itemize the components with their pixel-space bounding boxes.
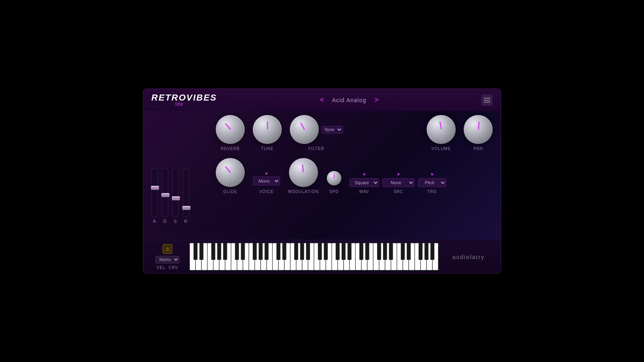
preset-nav: < Acid Analog >	[217, 96, 481, 104]
tune-group: TUNE	[253, 115, 282, 151]
svg-rect-45	[194, 243, 198, 260]
svg-rect-54	[264, 243, 268, 260]
logo-sub: lite	[175, 101, 217, 107]
svg-rect-65	[359, 243, 363, 260]
trg-label: TRG	[427, 189, 437, 194]
filter-indicator	[300, 122, 305, 130]
svg-rect-74	[430, 243, 434, 260]
spd-label: SPD	[329, 189, 339, 194]
src-group: ▼ None LFO Envelope Velocity SRC	[382, 172, 415, 194]
sustain-thumb[interactable]	[172, 196, 180, 200]
pan-indicator	[478, 121, 480, 130]
svg-rect-70	[401, 243, 405, 260]
vel-crv-section: ⚠ Normal Linear Soft Hard VEL. CRV	[151, 244, 184, 270]
release-thumb[interactable]	[182, 206, 190, 210]
svg-rect-73	[425, 243, 429, 260]
volume-indicator	[439, 121, 442, 130]
pan-group: PAN	[464, 115, 493, 151]
svg-rect-57	[294, 243, 298, 260]
svg-rect-0	[484, 98, 490, 99]
piano-keyboard[interactable]	[190, 243, 438, 271]
attack-track	[151, 169, 158, 217]
vel-dropdown[interactable]: Normal Linear Soft Hard	[155, 256, 180, 263]
header: RETROVIBES lite < Acid Analog >	[143, 89, 501, 111]
modulation-group: MODULATION	[288, 158, 319, 194]
voice-group: ▼ Mono Poly Legato VOICE	[253, 171, 280, 194]
sustain-slider-group: S	[172, 169, 179, 224]
svg-rect-63	[342, 243, 346, 260]
filter-label: FILTER	[308, 146, 324, 151]
svg-rect-72	[419, 243, 423, 260]
svg-rect-71	[407, 243, 411, 260]
svg-rect-2	[484, 102, 490, 103]
decay-thumb[interactable]	[161, 193, 169, 197]
volume-label: VOLUME	[431, 146, 451, 151]
modulation-indicator	[302, 165, 304, 173]
svg-rect-60	[318, 243, 322, 260]
glide-knob[interactable]	[216, 158, 245, 187]
svg-rect-50	[235, 243, 239, 260]
modulation-knob[interactable]	[289, 158, 318, 187]
spd-indicator	[334, 174, 334, 178]
reverb-label: REVERB	[221, 146, 239, 151]
audiolatry-logo: audiolatry	[444, 254, 493, 260]
synth-plugin: RETROVIBES lite < Acid Analog > A	[143, 88, 501, 274]
svg-rect-68	[383, 243, 387, 260]
svg-rect-62	[336, 243, 340, 260]
prev-preset-button[interactable]: <	[320, 96, 324, 104]
trg-group: ▼ Pitch Filter Volume Pan TRG	[418, 172, 446, 194]
src-arrow: ▼	[396, 172, 400, 177]
svg-rect-61	[324, 243, 328, 260]
svg-rect-55	[277, 243, 281, 260]
spd-knob[interactable]	[327, 171, 341, 185]
spd-group: SPD	[327, 171, 341, 194]
svg-rect-1	[484, 100, 490, 101]
svg-rect-58	[300, 243, 304, 260]
src-label: SRC	[394, 189, 403, 194]
filter-select[interactable]: None Low High Band	[321, 126, 343, 134]
reverb-knob[interactable]	[216, 115, 245, 144]
vel-crv-label: VEL. CRV	[157, 265, 178, 270]
release-label: R	[184, 219, 188, 224]
svg-rect-47	[211, 243, 215, 260]
attack-thumb[interactable]	[151, 186, 159, 190]
volume-knob[interactable]	[427, 115, 456, 144]
main-area: A D S R	[143, 111, 501, 240]
filter-group: None Low High Band FILTER	[290, 115, 343, 151]
svg-rect-66	[365, 243, 369, 260]
svg-rect-69	[389, 243, 393, 260]
modulation-label: MODULATION	[288, 189, 319, 194]
release-slider-group: R	[183, 169, 189, 224]
tune-knob[interactable]	[253, 115, 282, 144]
svg-rect-48	[217, 243, 221, 260]
src-select[interactable]: None LFO Envelope Velocity	[382, 178, 415, 187]
volume-group: VOLUME	[427, 115, 456, 151]
svg-rect-64	[347, 243, 351, 260]
decay-track	[162, 169, 168, 217]
release-track	[183, 169, 189, 217]
voice-select[interactable]: Mono Poly Legato	[253, 177, 280, 185]
trg-select[interactable]: Pitch Filter Volume Pan	[418, 178, 446, 187]
svg-rect-59	[306, 243, 310, 260]
filter-knob[interactable]	[290, 115, 319, 144]
svg-rect-49	[223, 243, 227, 260]
next-preset-button[interactable]: >	[374, 96, 379, 104]
decay-label: D	[163, 219, 167, 224]
voice-label: VOICE	[259, 189, 274, 194]
attack-slider-group: A	[151, 169, 158, 224]
sustain-track	[172, 169, 179, 217]
tune-label: TUNE	[261, 146, 273, 151]
menu-icon[interactable]	[481, 95, 493, 106]
wav-arrow: ▼	[362, 172, 366, 177]
adsr-section: A D S R	[151, 115, 208, 236]
wav-select[interactable]: Square Sine Saw Triangle Noise	[349, 178, 379, 187]
svg-rect-52	[253, 243, 257, 260]
pan-knob[interactable]	[464, 115, 493, 144]
keyboard-section: ⚠ Normal Linear Soft Hard VEL. CRV audio…	[143, 240, 501, 274]
svg-rect-53	[259, 243, 263, 260]
pan-label: PAN	[474, 146, 483, 151]
logo-main: RETROVIBES	[151, 93, 217, 102]
wav-label: WAV	[359, 189, 369, 194]
glide-label: GLIDE	[223, 189, 237, 194]
reverb-indicator	[225, 123, 231, 130]
